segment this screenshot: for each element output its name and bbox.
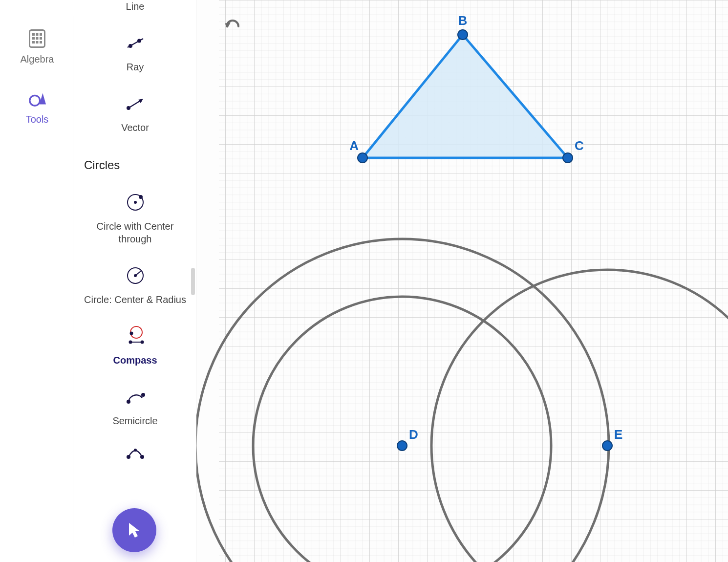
tool-compass[interactable]: Compass: [82, 306, 188, 367]
ray-icon: [125, 32, 146, 54]
tool-circle-center-radius-label: Circle: Center & Radius: [84, 293, 186, 306]
tools-panel: Line Ray Vector Circles: [74, 0, 196, 562]
tool-ray-label: Ray: [127, 61, 144, 73]
circle-center-radius-icon: [125, 265, 146, 286]
svg-point-27: [127, 400, 130, 404]
point-label-b: B: [458, 13, 468, 28]
arc-icon: [125, 442, 146, 463]
svg-point-13: [137, 39, 141, 43]
vector-icon: [125, 93, 146, 114]
svg-point-25: [128, 341, 132, 344]
svg-point-10: [30, 95, 40, 106]
rail-tools-label: Tools: [26, 114, 49, 125]
tool-circle-center-through-label: Circle with Center through: [82, 220, 188, 245]
svg-point-31: [134, 449, 137, 452]
svg-point-15: [127, 106, 130, 110]
point-label-d: D: [409, 427, 418, 442]
tool-circle-center-through[interactable]: Circle with Center through: [82, 172, 188, 245]
point-a[interactable]: [358, 153, 367, 163]
tool-line-label: Line: [126, 0, 145, 13]
svg-point-12: [128, 44, 132, 48]
tool-semicircle-label: Semicircle: [112, 414, 157, 427]
tool-circle-center-radius[interactable]: Circle: Center & Radius: [82, 245, 188, 306]
svg-point-18: [139, 195, 143, 199]
svg-point-26: [140, 341, 144, 344]
pointer-icon: [125, 521, 144, 540]
tool-vector[interactable]: Vector: [82, 73, 188, 134]
geometry-canvas[interactable]: ABCDE: [196, 0, 728, 562]
svg-rect-8: [36, 41, 39, 43]
svg-point-23: [129, 332, 133, 335]
point-c[interactable]: [563, 153, 573, 163]
left-rail: Algebra Tools: [0, 0, 74, 562]
svg-line-21: [135, 271, 141, 276]
pointer-fab[interactable]: [112, 508, 156, 552]
rail-tools[interactable]: Tools: [26, 89, 49, 125]
svg-rect-7: [32, 41, 35, 43]
svg-line-14: [128, 100, 141, 108]
tool-semicircle[interactable]: Semicircle: [82, 367, 188, 427]
svg-rect-6: [40, 37, 42, 40]
point-label-a: A: [349, 138, 359, 153]
compass-icon: [125, 325, 146, 347]
tool-compass-label: Compass: [113, 354, 157, 367]
point-e[interactable]: [602, 441, 612, 451]
point-d[interactable]: [397, 441, 407, 451]
svg-point-30: [140, 455, 144, 459]
rail-algebra-label: Algebra: [21, 54, 54, 65]
undo-button[interactable]: [224, 20, 241, 35]
svg-point-17: [134, 201, 137, 204]
canvas-area[interactable]: ABCDE: [196, 0, 728, 562]
svg-rect-3: [40, 33, 42, 36]
tool-line[interactable]: Line: [82, 0, 188, 13]
svg-point-28: [141, 393, 145, 397]
tool-vector-label: Vector: [121, 121, 149, 134]
svg-rect-5: [36, 37, 39, 40]
tool-next-hidden[interactable]: [82, 427, 188, 463]
tools-icon: [28, 89, 46, 108]
point-b[interactable]: [458, 30, 468, 40]
semicircle-icon: [125, 386, 146, 408]
svg-point-29: [127, 455, 130, 459]
point-label-e: E: [614, 427, 622, 442]
circles-section-heading: Circles: [82, 134, 188, 172]
circle-center-through-icon: [125, 192, 146, 213]
rail-algebra[interactable]: Algebra: [21, 29, 54, 65]
svg-rect-1: [32, 33, 35, 36]
calculator-icon: [28, 29, 46, 48]
svg-rect-2: [36, 33, 39, 36]
point-label-c: C: [575, 138, 584, 153]
scrollbar-thumb[interactable]: [191, 268, 195, 295]
tool-ray[interactable]: Ray: [82, 13, 188, 73]
svg-rect-4: [32, 37, 35, 40]
svg-rect-9: [40, 41, 42, 43]
